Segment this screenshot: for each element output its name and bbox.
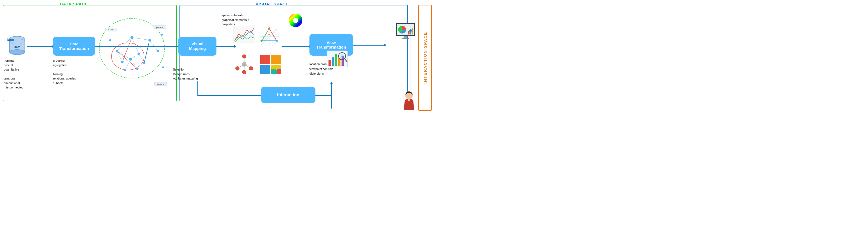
data-space-label: DATA SPACE <box>60 2 88 6</box>
arrow-interaction-right <box>315 95 332 96</box>
svg-point-28 <box>143 62 146 65</box>
svg-text:Data: Data <box>14 45 21 48</box>
visual-space-label: VISUAL SPACE <box>256 2 288 6</box>
analytics-thumb <box>326 50 348 71</box>
svg-point-23 <box>116 50 118 52</box>
mapping-ops-label: Selection Design rules Attributes mappin… <box>173 67 198 81</box>
svg-point-25 <box>148 39 151 41</box>
svg-rect-67 <box>271 55 281 64</box>
svg-rect-77 <box>329 60 331 66</box>
spatial-substrate-label: spatial substrate, graphical elements & … <box>222 13 250 27</box>
monitor-icon <box>395 22 416 41</box>
svg-line-16 <box>150 40 158 51</box>
svg-point-30 <box>124 69 126 71</box>
arrow-visual-to-charts <box>216 46 234 47</box>
svg-rect-91 <box>404 36 407 38</box>
arrow-charts-to-view <box>282 46 309 47</box>
svg-rect-94 <box>408 99 410 101</box>
svg-line-15 <box>139 54 144 63</box>
arrow-data-to-transform <box>27 46 53 47</box>
arrow-bottom-line <box>197 95 261 96</box>
svg-point-84 <box>340 54 344 59</box>
svg-rect-79 <box>335 54 337 66</box>
svg-point-63 <box>249 67 253 70</box>
svg-rect-73 <box>277 70 281 74</box>
arrow-vm-down <box>197 81 198 95</box>
interaction-box: Interaction <box>261 87 315 103</box>
svg-text:Display 1: Display 1 <box>157 83 164 85</box>
force-graph-thumb <box>233 54 255 75</box>
interaction-space-label-container: INTERACTION SPACE <box>418 5 432 111</box>
svg-point-29 <box>156 50 159 52</box>
svg-point-31 <box>136 67 139 70</box>
svg-point-75 <box>293 17 298 23</box>
arrow-transform-to-visual <box>95 46 178 47</box>
svg-point-32 <box>109 39 111 41</box>
svg-point-26 <box>121 61 124 63</box>
data-box-label: Data <box>7 37 14 42</box>
interaction-space-text: INTERACTION SPACE <box>423 32 428 84</box>
svg-point-34 <box>162 66 164 68</box>
svg-point-27 <box>129 57 132 61</box>
svg-point-65 <box>242 70 246 74</box>
data-types-label: nominal ordinal quantitative temporal di… <box>4 59 23 90</box>
arrow-person-to-monitor <box>411 31 411 89</box>
svg-point-24 <box>137 52 140 55</box>
svg-line-9 <box>117 37 132 51</box>
svg-point-53 <box>269 34 270 35</box>
svg-rect-92 <box>402 38 409 39</box>
transform-ops-label: grouping agregation binning relational q… <box>53 59 76 85</box>
network-graph: User Nav Display 2 Display 1 <box>95 13 168 89</box>
line-chart-thumb <box>233 26 255 43</box>
data-transformation-box: DataTransformation <box>53 37 95 55</box>
svg-text:User Nav: User Nav <box>107 29 114 31</box>
svg-rect-71 <box>271 65 281 69</box>
svg-rect-78 <box>332 57 334 66</box>
svg-line-21 <box>144 40 150 63</box>
svg-text:Display 2: Display 2 <box>156 26 163 28</box>
visual-mapping-box: VisualMapping <box>178 37 216 55</box>
svg-point-33 <box>161 34 163 36</box>
arrow-view-to-monitor <box>353 45 384 46</box>
radial-chart-thumb <box>258 26 280 47</box>
main-diagram: INTERACTION SPACE DATA SPACE VISUAL SPAC… <box>0 0 434 116</box>
color-wheel-thumb <box>288 13 303 28</box>
arrow-interaction-up <box>331 84 332 109</box>
svg-rect-66 <box>260 55 270 64</box>
svg-rect-68 <box>260 65 270 74</box>
svg-rect-72 <box>271 70 277 74</box>
svg-line-11 <box>132 37 150 40</box>
svg-point-64 <box>236 67 239 70</box>
svg-point-62 <box>242 54 246 59</box>
person-icon <box>401 90 417 110</box>
svg-point-8 <box>112 43 144 70</box>
svg-line-17 <box>125 59 130 70</box>
svg-point-22 <box>130 36 133 39</box>
svg-point-2 <box>9 50 25 55</box>
heatmap-thumb <box>260 54 281 75</box>
